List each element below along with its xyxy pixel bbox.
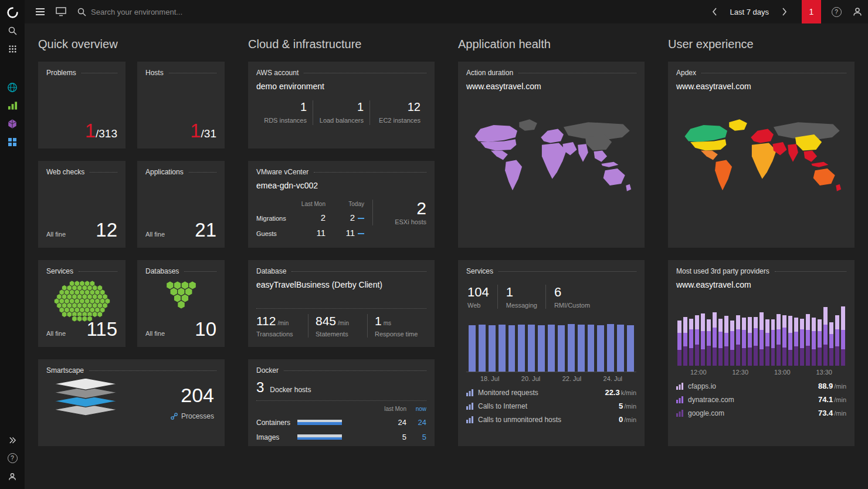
- x-axis-ticks: 18. Jul 20. Jul 22. Jul 24. Jul: [466, 372, 636, 382]
- tile-title: Problems: [46, 69, 117, 77]
- sidebar-bottom: ?: [0, 431, 25, 485]
- row-value-now: 24: [406, 418, 426, 427]
- row-value: 24: [381, 418, 406, 427]
- stat-value: 12: [376, 100, 421, 114]
- esxi-count: 2: [380, 200, 426, 217]
- help-icon[interactable]: ?: [826, 0, 847, 23]
- tile-3rd-party-providers[interactable]: Most used 3rd party providers www.easytr…: [668, 260, 855, 446]
- tile-subtitle: www.easytravel.com: [676, 280, 846, 289]
- esxi-label: ESXi hosts: [380, 218, 426, 225]
- tile-title: Database: [256, 267, 426, 275]
- hex-cluster: [145, 280, 216, 316]
- dynatrace-logo[interactable]: [0, 4, 25, 22]
- tile-subtitle: easyTravelBusiness (Derby Client): [256, 280, 426, 289]
- tile-apdex[interactable]: Apdex www.easytravel.com: [668, 62, 855, 248]
- cube-icon[interactable]: [0, 114, 25, 133]
- legend-unit: /min: [834, 383, 846, 390]
- search-icon[interactable]: [0, 22, 25, 40]
- chart-icon[interactable]: [0, 96, 25, 114]
- globe-icon[interactable]: [0, 78, 25, 96]
- column-header-last-mon: last Mon: [381, 406, 406, 412]
- legend-row[interactable]: dynatrace.com 74.1 /min: [676, 395, 846, 404]
- user-icon[interactable]: [847, 0, 868, 23]
- search-input[interactable]: [91, 8, 267, 16]
- legend-row[interactable]: google.com 73.4 /min: [676, 409, 846, 417]
- column-application-health: Application health Action duration www.e…: [458, 31, 645, 489]
- tile-title: Databases: [145, 267, 216, 275]
- tile-title: VMware vCenter: [256, 168, 426, 176]
- legend-value: 88.9: [818, 382, 833, 390]
- stat-value: 6: [554, 285, 590, 300]
- tile-title: Web checks: [46, 168, 117, 176]
- chevron-right-icon[interactable]: [774, 0, 795, 23]
- sparkline: [358, 233, 364, 234]
- column-header-last-mon: Last Mon: [294, 201, 326, 207]
- total-count: /313: [96, 127, 117, 140]
- legend-row[interactable]: Monitored requests 22.3 k/min: [466, 388, 636, 397]
- tile-database[interactable]: Database easyTravelBusiness (Derby Clien…: [248, 260, 435, 347]
- legend-value: 22.3: [605, 388, 619, 397]
- bar-chart-icon: [676, 396, 683, 403]
- problems-badge[interactable]: 1: [802, 0, 821, 23]
- column-header: Cloud & infrastructure: [248, 38, 435, 51]
- tile-footer: All fine 12: [46, 220, 117, 240]
- stat-cell: 845/min Statements: [308, 314, 367, 338]
- stat-label: RDS instances: [262, 116, 307, 125]
- column-user-experience: User experience Apdex www.easytravel.com…: [668, 31, 855, 489]
- status-label: All fine: [145, 231, 165, 238]
- tile-databases[interactable]: Databases All fine 10: [137, 260, 225, 347]
- stat-label: EC2 instances: [376, 116, 421, 125]
- tile-action-duration[interactable]: Action duration www.easytravel.com: [458, 62, 645, 248]
- process-label-row: Processes: [118, 412, 214, 420]
- tile-vmware-vcenter[interactable]: VMware vCenter emea-gdn-vc002 Last Mon T…: [248, 161, 435, 248]
- docker-hosts-count: 3: [256, 380, 264, 394]
- tile-aws-account[interactable]: AWS account demo environment 1 RDS insta…: [248, 62, 435, 149]
- tile-services-chart[interactable]: Services 104 Web 1 Messaging 6 RMI/Custo…: [458, 260, 645, 446]
- menu-icon[interactable]: [29, 0, 50, 23]
- x-tick: 18. Jul: [480, 375, 499, 382]
- help-icon[interactable]: ?: [0, 449, 25, 467]
- legend-label: dynatrace.com: [688, 396, 734, 404]
- tile-footer: All fine 10: [145, 319, 216, 339]
- providers-stacked-bar-chart: [676, 305, 846, 366]
- legend-unit: k/min: [621, 389, 636, 396]
- tile-title: Smartscape: [46, 366, 216, 375]
- tile-applications[interactable]: Applications All fine 21: [137, 161, 225, 248]
- x-tick: 13:30: [816, 369, 832, 376]
- hosts-icon[interactable]: [0, 133, 25, 151]
- tile-smartscape[interactable]: Smartscape 204 Processes: [38, 359, 225, 446]
- legend-unit: /min: [624, 416, 636, 423]
- problems-count: 1 /313: [85, 121, 117, 140]
- stat-label: Load balancers: [319, 116, 364, 125]
- column-quick-overview: Quick overview Problems 1 /313 Hosts 1 /…: [38, 31, 225, 489]
- chevron-left-icon[interactable]: [704, 0, 725, 23]
- legend-row[interactable]: Calls to Internet 5 /min: [466, 402, 636, 410]
- user-icon[interactable]: [0, 467, 25, 485]
- stat-value: 1: [262, 100, 307, 114]
- stat-cell: 6 RMI/Custom: [545, 285, 598, 309]
- search-bar[interactable]: [77, 8, 267, 16]
- tile-title: Most used 3rd party providers: [676, 267, 846, 275]
- tile-title: Apdex: [676, 69, 846, 77]
- process-label: Processes: [181, 412, 214, 420]
- legend-label: cfapps.io: [688, 382, 716, 390]
- dashboard-icon[interactable]: [50, 0, 72, 23]
- legend-row[interactable]: Calls to unmonitored hosts 0 /min: [466, 415, 636, 424]
- tile-problems[interactable]: Problems 1 /313: [38, 62, 126, 149]
- count: 10: [195, 319, 216, 339]
- tile-hosts[interactable]: Hosts 1 /31: [137, 62, 225, 149]
- tile-services[interactable]: Services All fine 115: [38, 260, 126, 347]
- tile-web-checks[interactable]: Web checks All fine 12: [38, 161, 126, 248]
- apps-grid-icon[interactable]: [0, 40, 25, 58]
- stat-unit: ms: [384, 320, 391, 326]
- tile-docker[interactable]: Docker 3 Docker hosts last Mon now Conta…: [248, 359, 435, 446]
- expand-icon[interactable]: [0, 431, 25, 449]
- hosts-count: 1 /31: [190, 121, 216, 140]
- legend-row[interactable]: cfapps.io 88.9 /min: [676, 382, 846, 390]
- tile-title: Docker: [256, 366, 426, 375]
- legend-unit: /min: [624, 403, 636, 410]
- legend-label: Calls to Internet: [478, 402, 527, 410]
- docker-table: last Mon now Containers 24 24 Images 5 5: [256, 406, 426, 441]
- stat-label: Response time: [375, 331, 419, 338]
- time-range[interactable]: Last 7 days: [725, 8, 774, 16]
